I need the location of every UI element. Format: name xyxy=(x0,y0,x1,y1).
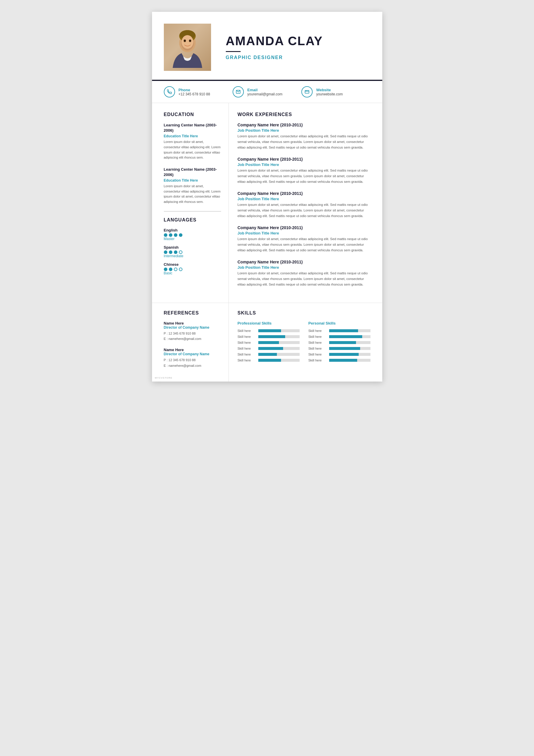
skill-label: Skill here xyxy=(238,359,255,362)
lang-dot xyxy=(169,233,173,237)
pro-skill-5: Skill here xyxy=(238,359,300,362)
skill-bar-fill xyxy=(329,329,358,332)
contact-website: Website yourwebsite.com xyxy=(301,86,370,97)
watermark: MYCVSTORE xyxy=(155,377,173,379)
lang-dot xyxy=(164,251,167,254)
skill-label: Skill here xyxy=(308,353,326,356)
skill-bar-bg xyxy=(329,329,370,332)
education-section: EDUCATION Learning Center Name (2003-200… xyxy=(164,112,221,205)
work-desc: Lorem ipsum dolor sit amet, consectetur … xyxy=(238,236,370,253)
work-desc: Lorem ipsum dolor sit amet, consectetur … xyxy=(238,271,370,287)
phone-icon xyxy=(164,86,175,97)
work-entry-0: Company Name Here (2010-2011) Job Positi… xyxy=(238,122,370,150)
work-desc: Lorem ipsum dolor sit amet, consectetur … xyxy=(238,133,370,150)
professional-skills-col: Professional Skills Skill here Skill her… xyxy=(238,321,300,364)
left-column: EDUCATION Learning Center Name (2003-200… xyxy=(152,103,229,303)
ref-name: Name Here xyxy=(164,348,221,352)
skill-bar-bg xyxy=(329,335,370,338)
ref-contact: P : 12 345 678 910 88E : namehere@gmail.… xyxy=(164,331,221,342)
pers-skill-1: Skill here xyxy=(308,335,370,338)
resume-page: AMANDA CLAY GRAPHIC DESIGNER Phone +12 3… xyxy=(152,12,382,382)
education-title: EDUCATION xyxy=(164,112,221,117)
work-company: Company Name Here (2010-2011) xyxy=(238,122,370,127)
education-entries: Learning Center Name (2003-2006) Educati… xyxy=(164,122,221,205)
svg-point-4 xyxy=(181,35,193,49)
lang-dot xyxy=(164,233,167,237)
skill-bar-bg xyxy=(329,347,370,350)
personal-skills-title: Personal Skills xyxy=(308,321,370,325)
svg-rect-10 xyxy=(305,90,309,93)
lang-dot xyxy=(164,268,167,271)
lang-dot xyxy=(179,233,182,237)
pers-skill-4: Skill here xyxy=(308,353,370,356)
lang-level: Intermediate xyxy=(164,254,221,258)
bottom-section: REFERENCES Name Here Director of Company… xyxy=(152,303,382,382)
skill-bar-fill xyxy=(329,359,357,362)
references-title: REFERENCES xyxy=(164,310,221,316)
language-entry-0: English Master xyxy=(164,228,221,241)
skill-bar-bg xyxy=(258,341,300,344)
pro-skill-2: Skill here xyxy=(238,341,300,344)
contact-email: Email youremail@gmail.com xyxy=(233,86,301,97)
profile-photo xyxy=(164,24,211,71)
work-company: Company Name Here (2010-2011) xyxy=(238,191,370,196)
skill-bar-fill xyxy=(329,347,360,350)
website-icon xyxy=(301,86,313,97)
applicant-title: GRAPHIC DESIGNER xyxy=(226,55,370,60)
language-entry-1: Spanish Intermediate xyxy=(164,245,221,258)
skill-bar-fill xyxy=(258,359,281,362)
lang-dots xyxy=(164,251,221,254)
contact-phone-text: Phone +12 345 678 910 88 xyxy=(178,88,210,96)
contact-phone: Phone +12 345 678 910 88 xyxy=(164,86,233,97)
contact-website-text: Website yourwebsite.com xyxy=(316,88,343,96)
ref-name: Name Here xyxy=(164,321,221,325)
reference-entry-1: Name Here Director of Company Name P : 1… xyxy=(164,348,221,368)
references-section: REFERENCES Name Here Director of Company… xyxy=(152,303,229,382)
work-entry-4: Company Name Here (2010-2011) Job Positi… xyxy=(238,259,370,287)
skill-bar-fill xyxy=(258,353,277,356)
edu-desc: Lorem ipsum dolor sit amet, consectetur … xyxy=(164,139,221,160)
lang-dot xyxy=(174,268,177,271)
ref-title: Director of Company Name xyxy=(164,325,221,330)
skill-bar-fill xyxy=(258,347,283,350)
lang-dot xyxy=(174,233,177,237)
pers-skill-2: Skill here xyxy=(308,341,370,344)
lang-dot xyxy=(169,251,173,254)
skill-label: Skill here xyxy=(308,335,326,338)
edu-desc: Lorem ipsum dolor sit amet, consectetur … xyxy=(164,184,221,204)
ref-contact: P : 12 345 678 910 88E : namehere@gmail.… xyxy=(164,357,221,368)
lang-dots xyxy=(164,268,221,271)
skill-label: Skill here xyxy=(308,329,326,333)
applicant-name: AMANDA CLAY xyxy=(226,34,370,48)
work-desc: Lorem ipsum dolor sit amet, consectetur … xyxy=(238,202,370,219)
lang-dot xyxy=(174,251,177,254)
email-icon xyxy=(233,86,244,97)
lang-level: Master xyxy=(164,237,221,241)
work-company: Company Name Here (2010-2011) xyxy=(238,259,370,264)
work-entry-3: Company Name Here (2010-2011) Job Positi… xyxy=(238,225,370,253)
skill-label: Skill here xyxy=(308,347,326,350)
pers-skill-5: Skill here xyxy=(308,359,370,362)
skill-bar-bg xyxy=(329,353,370,356)
personal-skills-col: Personal Skills Skill here Skill here Sk… xyxy=(308,321,370,364)
skill-bar-bg xyxy=(258,335,300,338)
work-entries: Company Name Here (2010-2011) Job Positi… xyxy=(238,122,370,287)
skill-bar-bg xyxy=(329,359,370,362)
right-column: WORK EXPERIENCES Company Name Here (2010… xyxy=(229,103,382,303)
languages-title: LANGUAGES xyxy=(164,217,221,223)
edu-degree: Education Title Here xyxy=(164,134,221,138)
pro-skill-1: Skill here xyxy=(238,335,300,338)
skill-bar-fill xyxy=(258,335,285,338)
work-position: Job Position Title Here xyxy=(238,231,370,235)
skill-label: Skill here xyxy=(238,347,255,350)
contact-bar: Phone +12 345 678 910 88 Email youremail… xyxy=(152,81,382,103)
professional-skills-list: Skill here Skill here Skill here Skill h… xyxy=(238,329,300,362)
work-company: Company Name Here (2010-2011) xyxy=(238,157,370,162)
work-position: Job Position Title Here xyxy=(238,128,370,133)
work-position: Job Position Title Here xyxy=(238,265,370,270)
pers-skill-0: Skill here xyxy=(308,329,370,333)
skills-section: SKILLS Professional Skills Skill here Sk… xyxy=(229,303,382,382)
pro-skill-4: Skill here xyxy=(238,353,300,356)
skill-bar-fill xyxy=(329,335,362,338)
pro-skill-3: Skill here xyxy=(238,347,300,350)
